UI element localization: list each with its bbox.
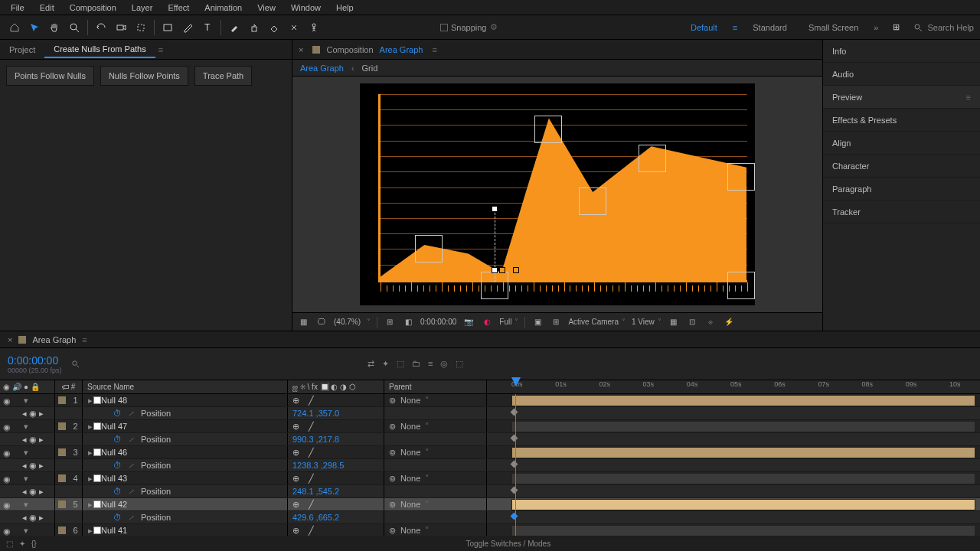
col-source-name[interactable]: Source Name — [83, 380, 288, 393]
selection-tool-icon[interactable] — [26, 19, 43, 36]
menu-animation[interactable]: Animation — [197, 2, 250, 14]
orbit-tool-icon[interactable] — [93, 19, 109, 36]
anchor-point[interactable] — [513, 267, 519, 273]
nulls-follow-points-button[interactable]: Nulls Follow Points — [100, 66, 188, 86]
null-handle[interactable] — [579, 187, 606, 215]
tl-footer-icon[interactable]: ⬚ — [6, 540, 13, 548]
tl-icon[interactable]: ⬚ — [456, 359, 463, 369]
viewer-time[interactable]: 0:00:00:00 — [420, 318, 456, 326]
channel-icon[interactable]: ◧ — [402, 316, 414, 328]
snapping-toggle[interactable]: Snapping ⚙ — [440, 22, 498, 32]
panel-audio[interactable]: Audio — [823, 63, 980, 86]
menu-composition[interactable]: Composition — [62, 2, 124, 14]
panel-tracker[interactable]: Tracker — [823, 201, 980, 223]
composition-canvas[interactable] — [360, 83, 755, 305]
camera-dropdown[interactable]: Active Camera˅ — [568, 318, 626, 326]
camera-tool-icon[interactable] — [113, 19, 129, 36]
menu-layer[interactable]: Layer — [124, 2, 161, 14]
menu-view[interactable]: View — [250, 2, 283, 14]
current-time[interactable]: 0:00:00:00 — [8, 354, 62, 367]
layer-search[interactable] — [71, 360, 80, 368]
panel-paragraph[interactable]: Paragraph — [823, 178, 980, 201]
workspace-small[interactable]: Small Screen — [802, 21, 864, 34]
tl-footer-icon[interactable]: ✦ — [19, 540, 25, 548]
anchor-point[interactable] — [492, 267, 498, 273]
view-opt-icon[interactable]: ⟐ — [704, 316, 717, 328]
panel-preview[interactable]: Preview≡ — [823, 86, 980, 109]
tl-icon[interactable]: ✦ — [382, 359, 389, 369]
layer-track-bar[interactable] — [511, 421, 975, 432]
views-dropdown[interactable]: 1 View˅ — [632, 318, 662, 326]
brush-tool-icon[interactable] — [226, 19, 243, 36]
roto-tool-icon[interactable] — [286, 19, 302, 36]
keyframe-icon[interactable] — [511, 409, 518, 416]
workspace-standard[interactable]: Standard — [746, 21, 793, 34]
workspace-default[interactable]: Default — [684, 21, 724, 34]
panel-effects-presets[interactable]: Effects & Presets — [823, 109, 980, 132]
layer-track-bar[interactable] — [511, 395, 975, 406]
puppet-tool-icon[interactable] — [305, 19, 322, 36]
close-icon[interactable]: × — [8, 335, 12, 344]
tl-icon[interactable]: ≡ — [428, 359, 433, 369]
display-icon[interactable]: 🖵 — [315, 316, 328, 328]
workspace-icon[interactable]: ⊞ — [887, 19, 904, 36]
anchor-point[interactable] — [499, 267, 505, 273]
clone-stamp-tool-icon[interactable] — [246, 19, 263, 36]
null-handle[interactable] — [727, 272, 755, 299]
tab-create-nulls[interactable]: Create Nulls From Paths — [44, 41, 155, 58]
tab-project[interactable]: Project — [0, 42, 44, 57]
zoom-level[interactable]: (40.7%) — [334, 318, 361, 326]
time-ruler[interactable]: 00s01s02s03s04s05s06s07s08s09s10s — [487, 380, 980, 393]
view-icon[interactable]: ▣ — [531, 316, 544, 328]
menu-effect[interactable]: Effect — [160, 2, 197, 14]
keyframe-icon[interactable] — [511, 435, 518, 442]
pen-tool-icon[interactable] — [179, 19, 196, 36]
view-opt-icon[interactable]: ⚡ — [723, 316, 735, 328]
menu-help[interactable]: Help — [328, 2, 361, 14]
grid-icon[interactable]: ⊞ — [550, 316, 562, 328]
layer-track-bar[interactable] — [511, 473, 975, 484]
eraser-tool-icon[interactable] — [266, 19, 283, 36]
breadcrumb-item[interactable]: Grid — [362, 64, 378, 73]
tl-icon[interactable]: ⬚ — [397, 359, 404, 369]
breadcrumb-item[interactable]: Area Graph — [300, 64, 344, 73]
text-tool-icon[interactable]: T — [199, 19, 216, 36]
tl-icon[interactable]: ◎ — [440, 359, 448, 369]
view-opt-icon[interactable]: ⊡ — [686, 316, 698, 328]
home-icon[interactable] — [6, 19, 23, 36]
null-handle[interactable] — [415, 235, 443, 262]
panel-info[interactable]: Info — [823, 40, 980, 63]
null-handle[interactable] — [727, 163, 755, 191]
menu-file[interactable]: File — [3, 2, 32, 14]
panel-character[interactable]: Character — [823, 155, 980, 178]
keyframe-icon[interactable] — [511, 513, 518, 520]
search-help[interactable]: Search Help — [913, 23, 974, 32]
hand-tool-icon[interactable] — [46, 19, 63, 36]
points-follow-nulls-button[interactable]: Points Follow Nulls — [6, 66, 94, 86]
rectangle-tool-icon[interactable] — [159, 19, 176, 36]
trace-path-button[interactable]: Trace Path — [194, 66, 252, 86]
playhead-line[interactable] — [515, 394, 516, 536]
snapping-checkbox[interactable] — [440, 24, 448, 31]
null-handle[interactable] — [639, 145, 666, 172]
zoom-tool-icon[interactable] — [66, 19, 83, 36]
close-icon[interactable]: × — [299, 45, 303, 54]
menu-window[interactable]: Window — [283, 2, 328, 14]
mag-icon[interactable]: ▦ — [297, 316, 309, 328]
pan-behind-tool-icon[interactable] — [132, 19, 149, 36]
menu-edit[interactable]: Edit — [32, 2, 62, 14]
layer-track-bar[interactable] — [511, 525, 975, 536]
snapshot-icon[interactable]: 📷 — [462, 316, 475, 328]
anchor-point[interactable] — [492, 206, 498, 212]
res-icon[interactable]: ⊞ — [384, 316, 396, 328]
keyframe-icon[interactable] — [511, 487, 518, 494]
resolution-dropdown[interactable]: Full˅ — [499, 318, 518, 326]
tl-icon[interactable]: 🗀 — [412, 359, 420, 369]
toggle-switches-modes[interactable]: Toggle Switches / Modes — [466, 540, 551, 548]
view-opt-icon[interactable]: ▦ — [668, 316, 680, 328]
tl-icon[interactable]: ⇄ — [368, 359, 374, 369]
keyframe-icon[interactable] — [511, 461, 518, 468]
null-handle[interactable] — [534, 116, 562, 143]
panel-align[interactable]: Align — [823, 132, 980, 155]
color-icon[interactable]: ◐ — [481, 316, 493, 328]
